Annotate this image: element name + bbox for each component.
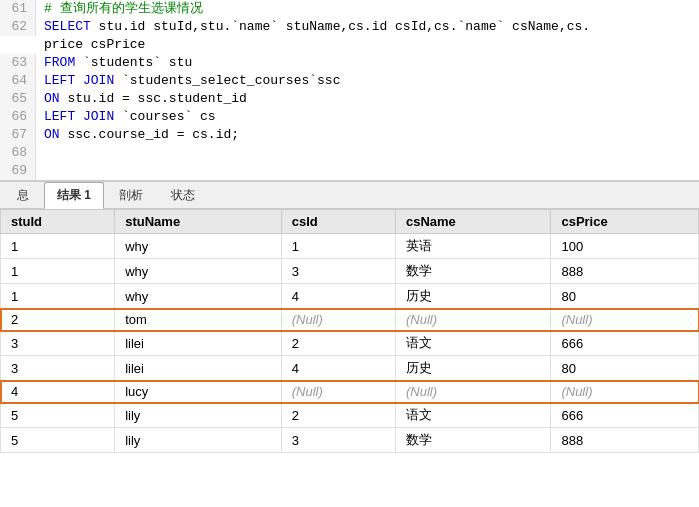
cell-csPrice: 666 <box>551 331 699 356</box>
line-number: 61 <box>0 0 36 18</box>
table-row: 1why1英语100 <box>1 234 699 259</box>
line-content: LEFT JOIN `courses` cs <box>36 108 216 126</box>
cell-csId: 3 <box>281 428 395 453</box>
line-content: SELECT stu.id stuId,stu.`name` stuName,c… <box>36 18 590 36</box>
cell-stuId: 3 <box>1 331 115 356</box>
cell-stuId: 2 <box>1 309 115 331</box>
cell-csPrice: (Null) <box>551 381 699 403</box>
cell-stuName: lily <box>115 428 282 453</box>
tab-状态[interactable]: 状态 <box>158 182 208 209</box>
line-number: 68 <box>0 144 36 162</box>
col-header-csName: csName <box>395 210 550 234</box>
line-content: ON stu.id = ssc.student_id <box>36 90 247 108</box>
cell-stuId: 1 <box>1 284 115 309</box>
cell-csId: (Null) <box>281 309 395 331</box>
col-header-stuId: stuId <box>1 210 115 234</box>
code-line: 65ON stu.id = ssc.student_id <box>0 90 699 108</box>
cell-csId: (Null) <box>281 381 395 403</box>
col-header-stuName: stuName <box>115 210 282 234</box>
line-number: 67 <box>0 126 36 144</box>
cell-stuName: why <box>115 234 282 259</box>
cell-csName: 英语 <box>395 234 550 259</box>
cell-stuId: 1 <box>1 234 115 259</box>
cell-stuId: 5 <box>1 428 115 453</box>
cell-csPrice: 888 <box>551 259 699 284</box>
tabs-bar: 息结果 1剖析状态 <box>0 181 699 209</box>
line-number: 64 <box>0 72 36 90</box>
cell-csName: 语文 <box>395 403 550 428</box>
cell-stuName: lucy <box>115 381 282 403</box>
col-header-csId: csId <box>281 210 395 234</box>
tab-结果-1[interactable]: 结果 1 <box>44 182 104 209</box>
cell-csName: 语文 <box>395 331 550 356</box>
line-number: 66 <box>0 108 36 126</box>
table-row: 1why3数学888 <box>1 259 699 284</box>
table-row: 1why4历史80 <box>1 284 699 309</box>
code-line: 69 <box>0 162 699 180</box>
col-header-csPrice: csPrice <box>551 210 699 234</box>
line-content: LEFT JOIN `students_select_courses`ssc <box>36 72 340 90</box>
cell-stuName: why <box>115 284 282 309</box>
cell-stuId: 5 <box>1 403 115 428</box>
line-number: 62 <box>0 18 36 36</box>
table-row: 5lily3数学888 <box>1 428 699 453</box>
cell-stuName: lilei <box>115 331 282 356</box>
cell-csId: 2 <box>281 403 395 428</box>
line-content: ON ssc.course_id = cs.id; <box>36 126 239 144</box>
cell-stuId: 1 <box>1 259 115 284</box>
table-row: 4lucy(Null)(Null)(Null) <box>1 381 699 403</box>
code-line: 64LEFT JOIN `students_select_courses`ssc <box>0 72 699 90</box>
cell-csId: 4 <box>281 356 395 381</box>
code-line: 67ON ssc.course_id = cs.id; <box>0 126 699 144</box>
cell-stuName: tom <box>115 309 282 331</box>
cell-csName: 数学 <box>395 428 550 453</box>
cell-csName: 数学 <box>395 259 550 284</box>
line-content: # 查询所有的学生选课情况 <box>36 0 203 18</box>
line-number: 69 <box>0 162 36 180</box>
code-line: price csPrice <box>0 36 699 54</box>
table-row: 2tom(Null)(Null)(Null) <box>1 309 699 331</box>
line-content: FROM `students` stu <box>36 54 192 72</box>
cell-stuId: 3 <box>1 356 115 381</box>
cell-csPrice: 80 <box>551 356 699 381</box>
table-row: 5lily2语文666 <box>1 403 699 428</box>
code-editor: 61# 查询所有的学生选课情况62SELECT stu.id stuId,stu… <box>0 0 699 181</box>
cell-csPrice: 888 <box>551 428 699 453</box>
results-area[interactable]: stuIdstuNamecsIdcsNamecsPrice 1why1英语100… <box>0 209 699 507</box>
cell-csId: 3 <box>281 259 395 284</box>
line-number: 63 <box>0 54 36 72</box>
cell-stuName: why <box>115 259 282 284</box>
cell-csName: (Null) <box>395 381 550 403</box>
cell-csPrice: (Null) <box>551 309 699 331</box>
code-line: 66LEFT JOIN `courses` cs <box>0 108 699 126</box>
cell-csPrice: 80 <box>551 284 699 309</box>
cell-csId: 1 <box>281 234 395 259</box>
tab-剖析[interactable]: 剖析 <box>106 182 156 209</box>
results-table: stuIdstuNamecsIdcsNamecsPrice 1why1英语100… <box>0 209 699 453</box>
table-row: 3lilei4历史80 <box>1 356 699 381</box>
cell-stuName: lilei <box>115 356 282 381</box>
code-line: 63FROM `students` stu <box>0 54 699 72</box>
table-row: 3lilei2语文666 <box>1 331 699 356</box>
line-number: 65 <box>0 90 36 108</box>
cell-csName: 历史 <box>395 356 550 381</box>
line-content: price csPrice <box>36 36 145 54</box>
tab-息[interactable]: 息 <box>4 182 42 209</box>
cell-csPrice: 666 <box>551 403 699 428</box>
code-line: 68 <box>0 144 699 162</box>
cell-stuId: 4 <box>1 381 115 403</box>
cell-csName: 历史 <box>395 284 550 309</box>
code-line: 62SELECT stu.id stuId,stu.`name` stuName… <box>0 18 699 36</box>
cell-stuName: lily <box>115 403 282 428</box>
code-line: 61# 查询所有的学生选课情况 <box>0 0 699 18</box>
cell-csPrice: 100 <box>551 234 699 259</box>
cell-csId: 4 <box>281 284 395 309</box>
cell-csName: (Null) <box>395 309 550 331</box>
cell-csId: 2 <box>281 331 395 356</box>
